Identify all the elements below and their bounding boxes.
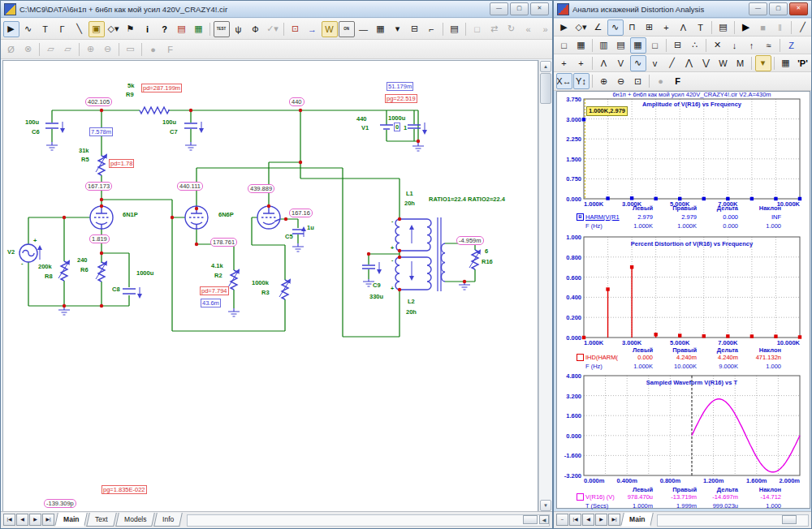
schematic-label-c8-name[interactable]: C8: [112, 286, 120, 293]
capacitor-c8[interactable]: [123, 289, 136, 294]
schematic-label-r2-name[interactable]: R2: [214, 272, 222, 279]
low-icon[interactable]: ⋁: [698, 55, 715, 71]
schematic-tab-main[interactable]: Main: [54, 513, 88, 527]
tab-next-button[interactable]: ▶: [595, 514, 607, 526]
token-x-icon[interactable]: ✕: [710, 37, 726, 54]
schematic-label-v2-plus[interactable]: +: [33, 237, 37, 244]
shape-picker-icon[interactable]: ◇▾: [573, 19, 590, 36]
picture-z-icon[interactable]: Z: [784, 37, 800, 54]
schematic-label-r3-name[interactable]: R3: [261, 289, 270, 296]
schematic-label-c9-name[interactable]: C9: [373, 282, 381, 289]
tab-next-button[interactable]: ▶: [29, 514, 41, 526]
tab-first-button[interactable]: |◀: [3, 514, 15, 526]
grid-picker-icon[interactable]: ▾: [390, 21, 406, 37]
schematic-label-node-bottom[interactable]: -139.309p: [44, 499, 76, 508]
properties-icon[interactable]: ▤: [715, 19, 732, 36]
tab-last-button[interactable]: ▶|: [608, 514, 620, 526]
schematic-label-r8-value[interactable]: 200k: [38, 263, 52, 270]
picture-mode-icon[interactable]: ▤: [174, 21, 190, 37]
scale-box-icon[interactable]: ⊞: [641, 19, 658, 36]
wave-select-icon[interactable]: ∿: [630, 55, 646, 71]
schematic-label-ratio-text[interactable]: RATIO1=22.4 RATIO2=22.4: [429, 196, 505, 203]
schematic-label-r6-value[interactable]: 240: [77, 256, 88, 264]
schematic-label-v1-value[interactable]: 440: [356, 115, 367, 123]
schematic-label-r5-value[interactable]: 31k: [79, 147, 89, 154]
resistor-r9[interactable]: [140, 107, 169, 114]
schematic-label-node-178-761[interactable]: 178.761: [210, 238, 237, 247]
maximize-button[interactable]: ▢: [510, 2, 529, 15]
close-button[interactable]: ✕: [789, 2, 808, 15]
schematic-label-c5-name[interactable]: C5: [285, 233, 293, 240]
schematic-tab-text[interactable]: Text: [87, 513, 117, 527]
y-scale-icon[interactable]: Y↕: [573, 73, 590, 89]
transformer-secondary[interactable]: [441, 243, 445, 282]
text-mode-icon[interactable]: T: [37, 21, 54, 37]
schematic-label-node-167-173[interactable]: 167.173: [85, 182, 112, 191]
scroll-thumb[interactable]: [540, 73, 551, 104]
schematic-label-c6-value[interactable]: 100u: [25, 118, 39, 126]
schematic-label-power-v1[interactable]: pg=22.519: [385, 94, 417, 103]
schematic-label-node-440-111[interactable]: 440.111: [177, 182, 203, 191]
info-mode-icon[interactable]: i: [140, 21, 156, 37]
slope-icon[interactable]: ╱: [664, 55, 680, 71]
tab-prev-button[interactable]: ◀: [16, 514, 28, 526]
go-to-table-icon[interactable]: ▦: [778, 55, 794, 71]
vertical-grid-icon[interactable]: ▥: [596, 37, 612, 54]
schematic-label-node-402[interactable]: 402.105: [85, 97, 112, 106]
resistor-r6[interactable]: [98, 262, 105, 282]
tab-first-button[interactable]: |◀: [569, 514, 581, 526]
schematic-hscrollbar[interactable]: ◀: [187, 514, 550, 527]
resistor-r2[interactable]: [231, 270, 237, 290]
both-grid-icon[interactable]: ▦: [630, 37, 646, 54]
part-box-icon[interactable]: ▣: [89, 21, 105, 37]
current-display-icon[interactable]: →: [304, 21, 321, 37]
capacitor-c5[interactable]: [292, 230, 304, 234]
tab-last-button[interactable]: ▶|: [42, 514, 54, 526]
schematic-label-l2-name[interactable]: L2: [408, 298, 415, 305]
line-mode-icon[interactable]: ╲: [71, 21, 88, 37]
schematic-label-v1-name[interactable]: V1: [361, 124, 369, 131]
slope-line-1-icon[interactable]: ╱: [795, 19, 811, 36]
high-icon[interactable]: ⋀: [681, 55, 698, 71]
inductor-l1[interactable]: [395, 219, 431, 251]
analysis-hscrollbar[interactable]: [657, 514, 809, 527]
schematic-label-r16-name[interactable]: R16: [482, 258, 493, 265]
schematic-label-r3-value[interactable]: 1000k: [252, 279, 269, 286]
capacitor-c9[interactable]: [362, 265, 375, 269]
font-icon[interactable]: F: [670, 73, 686, 89]
condition-display-icon[interactable]: ON: [339, 21, 355, 37]
resistor-r16[interactable]: [472, 250, 478, 269]
pan-x-cursor-icon[interactable]: +: [556, 55, 572, 71]
select-mode-icon[interactable]: ▶: [3, 21, 19, 37]
schematic-label-node-1-819[interactable]: 1.819: [89, 234, 110, 243]
envelope-high-icon[interactable]: M: [732, 55, 749, 71]
valley-icon[interactable]: V: [613, 55, 629, 71]
schematic-label-r9-value[interactable]: 5k: [127, 82, 134, 89]
schematic-label-tube1-name[interactable]: 6N1P: [123, 211, 138, 218]
schematic-label-power-v2[interactable]: pg=1.835E-022: [102, 485, 147, 494]
schematic-label-node-439-889[interactable]: 439.889: [248, 184, 274, 193]
capacitor-c6[interactable]: [45, 123, 58, 128]
schematic-label-v2-minus[interactable]: -: [21, 260, 24, 267]
run-icon[interactable]: ▶: [738, 19, 754, 36]
p-key-icon[interactable]: 'P': [795, 55, 811, 71]
schematic-label-r2-value[interactable]: 4.1k: [211, 262, 223, 269]
help-mode-icon[interactable]: ?: [157, 21, 173, 37]
wire-mode-icon[interactable]: Γ: [54, 21, 71, 37]
select-curve-icon[interactable]: ∿: [607, 19, 624, 36]
tab-prev-button[interactable]: ◀: [582, 514, 594, 526]
no-grid-icon[interactable]: □: [647, 37, 663, 54]
schematic-label-node-out[interactable]: -4.959m: [456, 236, 484, 245]
grid-toggle-icon[interactable]: ▦: [373, 21, 389, 37]
x-scale-icon[interactable]: X↔: [556, 73, 572, 89]
metafile-mode-icon[interactable]: ▦: [191, 21, 207, 37]
schematic-label-c1-step[interactable]: 0: [394, 123, 400, 131]
maximize-button[interactable]: ▢: [769, 2, 788, 15]
text-mode-icon[interactable]: T: [693, 19, 709, 36]
schematic-label-current-r5[interactable]: 7.578m: [89, 127, 113, 136]
inflection-icon[interactable]: v: [647, 55, 663, 71]
component-mode-icon[interactable]: ∿: [20, 21, 37, 37]
schematic-vscrollbar[interactable]: ▲ ▼: [538, 60, 551, 512]
minimize-button[interactable]: —: [490, 2, 508, 15]
select-region-icon[interactable]: □: [556, 37, 572, 54]
